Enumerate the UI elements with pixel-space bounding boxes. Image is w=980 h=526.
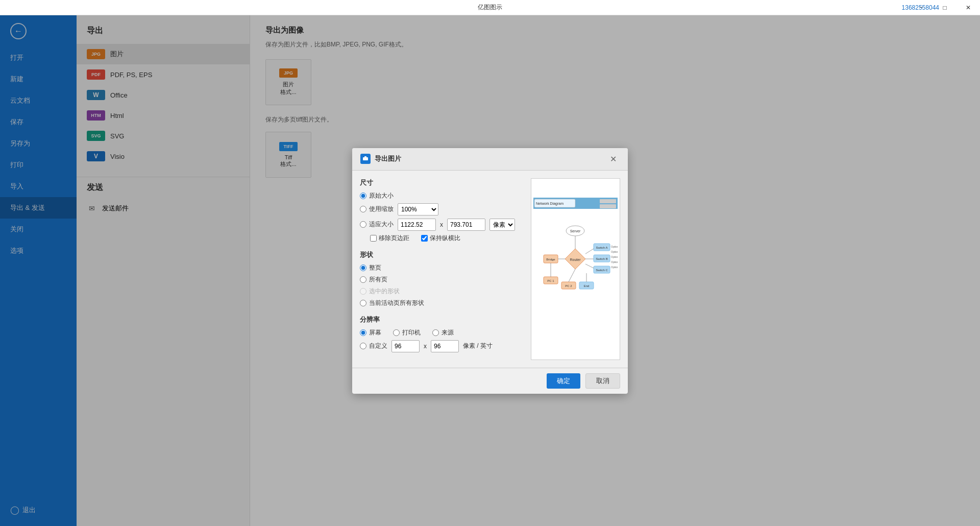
custom-res-unit: 像素 / 英寸 — [463, 342, 493, 350]
title-bar: 亿图图示 13682558044 － □ ✕ — [0, 0, 980, 15]
svg-text:Router: Router — [570, 258, 581, 261]
printer-resolution-option[interactable]: 打印机 — [393, 328, 421, 337]
size-section: 尺寸 原始大小 使用缩放 100% — [360, 178, 523, 243]
maximize-button[interactable]: □ — [933, 0, 957, 15]
all-pages-option[interactable]: 所有页 — [360, 275, 387, 284]
svg-rect-2 — [364, 156, 366, 158]
resolution-section: 分辨率 屏幕 打印机 来源 — [360, 315, 523, 352]
fit-size-radio[interactable] — [360, 221, 366, 228]
shape-section: 形状 整页 所有页 — [360, 250, 523, 307]
unit-select[interactable]: 像素 英寸 厘米 — [489, 219, 515, 231]
scale-row: 使用缩放 100% 50% 150% 200% — [360, 203, 523, 216]
width-input[interactable] — [398, 219, 436, 231]
close-window-button[interactable]: ✕ — [957, 0, 980, 15]
scale-select[interactable]: 100% 50% 150% 200% — [398, 203, 438, 216]
selected-shapes-option[interactable]: 选中的形状 — [360, 287, 400, 296]
original-size-option[interactable]: 原始大小 — [360, 192, 394, 200]
svg-text:Bridge: Bridge — [546, 258, 555, 261]
app-title: 亿图图示 — [478, 3, 502, 12]
svg-text:Switch C: Switch C — [596, 269, 608, 272]
original-size-row: 原始大小 — [360, 192, 523, 200]
whole-page-option[interactable]: 整页 — [360, 264, 381, 272]
custom-res-y-input[interactable] — [431, 340, 459, 352]
modal-close-button[interactable]: ✕ — [607, 153, 620, 165]
remove-margin-option[interactable]: 移除页边距 — [370, 234, 409, 243]
screen-resolution-radio[interactable] — [360, 329, 366, 336]
svg-text:Option D: Option D — [611, 260, 618, 264]
custom-res-x-input[interactable] — [391, 340, 420, 352]
preview-diagram: Network Diagram Router Server Bridge — [533, 198, 618, 341]
preview-area: Network Diagram Router Server Bridge — [531, 178, 620, 360]
keep-ratio-checkbox[interactable] — [421, 235, 428, 242]
svg-text:Option A: Option A — [611, 245, 618, 248]
fit-size-row: 适应大小 x 像素 英寸 厘米 — [360, 219, 523, 231]
height-input[interactable] — [447, 219, 485, 231]
svg-line-30 — [585, 264, 594, 268]
svg-text:Option C: Option C — [611, 255, 618, 258]
resolution-section-title: 分辨率 — [360, 315, 523, 324]
shape-section-title: 形状 — [360, 250, 523, 259]
current-page-row: 当前活动页所有形状 — [360, 299, 523, 307]
source-resolution-radio[interactable] — [432, 329, 439, 336]
modal-header: 导出图片 ✕ — [352, 148, 628, 171]
size-section-title: 尺寸 — [360, 178, 523, 187]
svg-text:End: End — [584, 284, 590, 288]
window-controls: － □ ✕ — [910, 0, 980, 15]
original-size-radio[interactable] — [360, 193, 366, 199]
modal-footer: 确定 取消 — [352, 368, 628, 394]
svg-text:Switch A: Switch A — [596, 246, 607, 249]
modal-icon — [360, 154, 371, 164]
custom-res-separator: x — [424, 343, 427, 350]
svg-text:PC 2: PC 2 — [565, 284, 572, 288]
custom-resolution-row: 自定义 x 像素 / 英寸 — [360, 340, 523, 352]
modal-body: 尺寸 原始大小 使用缩放 100% — [352, 171, 628, 368]
whole-page-row: 整页 — [360, 264, 523, 272]
custom-resolution-radio[interactable] — [360, 343, 366, 349]
minimize-button[interactable]: － — [910, 0, 933, 15]
screen-resolution-option[interactable]: 屏幕 — [360, 328, 381, 337]
svg-line-32 — [569, 269, 575, 282]
svg-text:Switch B: Switch B — [596, 257, 607, 260]
modal-overlay: 导出图片 ✕ 尺寸 原始大小 — [0, 15, 980, 526]
selected-shapes-radio[interactable] — [360, 288, 366, 295]
fit-size-option[interactable]: 适应大小 — [360, 220, 394, 229]
scale-radio[interactable] — [360, 206, 366, 212]
whole-page-radio[interactable] — [360, 265, 366, 271]
all-pages-row: 所有页 — [360, 275, 523, 284]
svg-text:PC 1: PC 1 — [547, 279, 554, 282]
all-pages-radio[interactable] — [360, 276, 366, 283]
scale-option[interactable]: 使用缩放 — [360, 205, 394, 213]
svg-text:Network Diagram: Network Diagram — [536, 202, 564, 206]
margin-ratio-row: 移除页边距 保持纵横比 — [360, 234, 523, 243]
custom-resolution-option[interactable]: 自定义 — [360, 342, 387, 350]
export-image-modal: 导出图片 ✕ 尺寸 原始大小 — [352, 148, 628, 394]
remove-margin-checkbox[interactable] — [370, 235, 377, 242]
selected-shapes-row: 选中的形状 — [360, 287, 523, 296]
modal-form: 尺寸 原始大小 使用缩放 100% — [360, 178, 523, 360]
source-resolution-option[interactable]: 来源 — [432, 328, 454, 337]
svg-rect-6 — [600, 199, 616, 203]
svg-text:Server: Server — [570, 229, 581, 233]
current-page-radio[interactable] — [360, 300, 366, 306]
current-page-option[interactable]: 当前活动页所有形状 — [360, 299, 424, 307]
resolution-options-row: 屏幕 打印机 来源 — [360, 328, 523, 337]
modal-title: 导出图片 — [360, 154, 401, 164]
size-separator: x — [440, 221, 443, 228]
svg-rect-7 — [600, 204, 616, 208]
confirm-button[interactable]: 确定 — [547, 373, 580, 389]
svg-line-28 — [585, 249, 594, 254]
svg-text:Option B: Option B — [611, 250, 618, 253]
cancel-button[interactable]: 取消 — [585, 373, 620, 389]
printer-resolution-radio[interactable] — [393, 329, 400, 336]
keep-ratio-option[interactable]: 保持纵横比 — [421, 234, 460, 243]
svg-text:Option E: Option E — [611, 266, 618, 269]
